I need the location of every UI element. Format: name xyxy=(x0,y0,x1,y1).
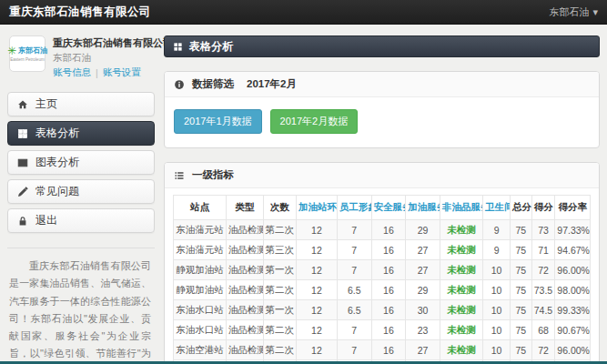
table-cell: 98.00% xyxy=(555,280,591,300)
table-cell: 9 xyxy=(483,220,511,240)
table-cell: 未检测 xyxy=(440,300,482,320)
table-cell: 75 xyxy=(511,240,532,260)
table-row: 静观加油站油品检测第一次1271627未检测10757296.00% xyxy=(174,260,591,280)
table-cell: 72 xyxy=(531,340,555,360)
logo-subtext: Eastern Petroleum xyxy=(10,58,44,63)
table-cell: 94.67% xyxy=(555,240,591,260)
table-cell: 96.00% xyxy=(555,260,591,280)
table-cell: 16 xyxy=(371,340,406,360)
chart-icon xyxy=(17,157,28,168)
february-data-button[interactable]: 2017年2月数据 xyxy=(270,109,359,134)
column-header: 站点 xyxy=(174,196,227,220)
account-settings-link[interactable]: 账号设置 xyxy=(103,66,141,79)
table-cell: 7 xyxy=(337,220,371,240)
table-cell: 东油水口站 xyxy=(174,320,227,340)
table-cell: 7 xyxy=(337,320,371,340)
table-cell: 未检测 xyxy=(440,280,482,300)
table-cell: 75 xyxy=(511,340,532,360)
company-logo: ✳ 东部石油 Eastern Petroleum xyxy=(9,35,46,72)
table-cell: 12 xyxy=(296,340,337,360)
column-header: 得分 xyxy=(531,196,555,220)
column-header[interactable]: 加油服务 xyxy=(406,196,440,220)
table-cell: 东油空港站 xyxy=(174,340,227,360)
table-cell: 12 xyxy=(296,240,337,260)
content: ✳ 东部石油 Eastern Petroleum 重庆东部石油销售有限公司 东部… xyxy=(0,25,607,361)
table-cell: 73 xyxy=(531,220,555,240)
sidebar-item-home[interactable]: 主页 xyxy=(7,92,155,116)
table-cell: 75 xyxy=(511,280,532,300)
table-cell: 9 xyxy=(483,240,511,260)
column-header[interactable]: 员工形象 xyxy=(337,196,371,220)
table-cell: 74.5 xyxy=(531,300,555,320)
filter-panel: 数据筛选 2017年2月 2017年1月数据 2017年2月数据 xyxy=(164,71,600,148)
table-cell: 27 xyxy=(406,240,440,260)
column-header: 类型 xyxy=(226,196,263,220)
table-cell: 71 xyxy=(531,240,555,260)
table-cell: 静观加油站 xyxy=(174,280,227,300)
sidebar-item-label: 退出 xyxy=(35,213,57,228)
table-cell: 75 xyxy=(511,220,532,240)
info-icon xyxy=(174,79,185,90)
table-cell: 油品检测 xyxy=(226,240,263,260)
logo-flower-icon: ✳ xyxy=(7,46,16,56)
table-cell: 99.33% xyxy=(555,300,591,320)
table-cell: 油品检测 xyxy=(226,300,263,320)
table-cell: 7 xyxy=(337,260,371,280)
column-header[interactable]: 卫生间 xyxy=(483,196,511,220)
sidebar-item-table-analysis[interactable]: 表格分析 xyxy=(7,121,155,146)
table-cell: 第二次 xyxy=(263,280,296,300)
table-row: 东油蒲元站油品检测第三次1271627未检测9757194.67% xyxy=(174,240,591,260)
sidebar-item-label: 主页 xyxy=(35,96,57,112)
grid-icon xyxy=(173,42,183,52)
table-row: 东油蒲元站油品检测第二次1271629未检测9757397.33% xyxy=(174,220,591,240)
home-icon xyxy=(17,99,28,110)
table-cell: 油品检测 xyxy=(226,280,263,300)
table-cell: 90.67% xyxy=(555,320,591,340)
column-header[interactable]: 加油站环境 xyxy=(296,196,337,220)
sidebar-item-faq[interactable]: 常见问题 xyxy=(7,179,155,204)
table-cell: 16 xyxy=(371,260,406,280)
table-cell: 未检测 xyxy=(440,340,482,360)
table-cell: 未检测 xyxy=(440,320,482,340)
sidebar: ✳ 东部石油 Eastern Petroleum 重庆东部石油销售有限公司 东部… xyxy=(7,34,155,361)
table-cell: 27 xyxy=(406,340,440,360)
profile-card: ✳ 东部石油 Eastern Petroleum 重庆东部石油销售有限公司 东部… xyxy=(7,34,155,79)
table-cell: 10 xyxy=(483,280,511,300)
user-menu-label: 东部石油 xyxy=(549,5,589,19)
table-cell: 7 xyxy=(337,240,371,260)
profile-brand-name: 东部石油 xyxy=(53,52,173,65)
column-header[interactable]: 安全服务 xyxy=(371,196,406,220)
table-cell: 96.00% xyxy=(555,340,591,360)
filter-label: 数据筛选 xyxy=(192,77,234,91)
table-row: 东油水口站油品检测第二次1271623未检测10756890.67% xyxy=(174,320,591,340)
table-cell: 静观加油站 xyxy=(174,260,227,280)
sidebar-item-label: 图表分析 xyxy=(35,155,79,170)
topbar-title: 重庆东部石油销售有限公司 xyxy=(9,5,151,20)
user-menu[interactable]: 东部石油 ▾ xyxy=(549,5,598,19)
column-header[interactable]: 非油品服务 xyxy=(440,196,482,220)
table-cell: 29 xyxy=(406,280,440,300)
grid-icon xyxy=(17,128,28,139)
account-info-link[interactable]: 账号信息 xyxy=(53,66,91,79)
table-cell: 12 xyxy=(296,220,337,240)
table-cell: 第三次 xyxy=(263,240,296,260)
profile-company-name: 重庆东部石油销售有限公司 xyxy=(53,36,173,50)
table-cell: 30 xyxy=(406,300,440,320)
sidebar-item-label: 表格分析 xyxy=(35,126,79,141)
sidebar-item-logout[interactable]: 退出 xyxy=(7,208,155,233)
table-cell: 12 xyxy=(296,260,337,280)
filter-period: 2017年2月 xyxy=(247,77,297,91)
indicators-panel-header: 一级指标 xyxy=(165,163,599,188)
sidebar-item-label: 常见问题 xyxy=(35,184,79,199)
indicators-table-wrap: 站点类型次数加油站环境员工形象安全服务加油服务非油品服务卫生间总分得分得分率 东… xyxy=(165,188,599,364)
table-cell: 75 xyxy=(511,300,532,320)
january-data-button[interactable]: 2017年1月数据 xyxy=(174,109,262,134)
table-row: 东油空港站油品检测第二次1271627未检测10757296.00% xyxy=(174,340,591,360)
table-row: 东油水口站油品检测第一次126.51630未检测107574.599.33% xyxy=(174,300,591,320)
table-cell: 第二次 xyxy=(263,220,296,240)
table-cell: 16 xyxy=(371,220,406,240)
table-cell: 第一次 xyxy=(263,300,296,320)
table-cell: 16 xyxy=(371,280,406,300)
table-cell: 第二次 xyxy=(263,340,296,360)
sidebar-item-chart-analysis[interactable]: 图表分析 xyxy=(7,150,155,175)
